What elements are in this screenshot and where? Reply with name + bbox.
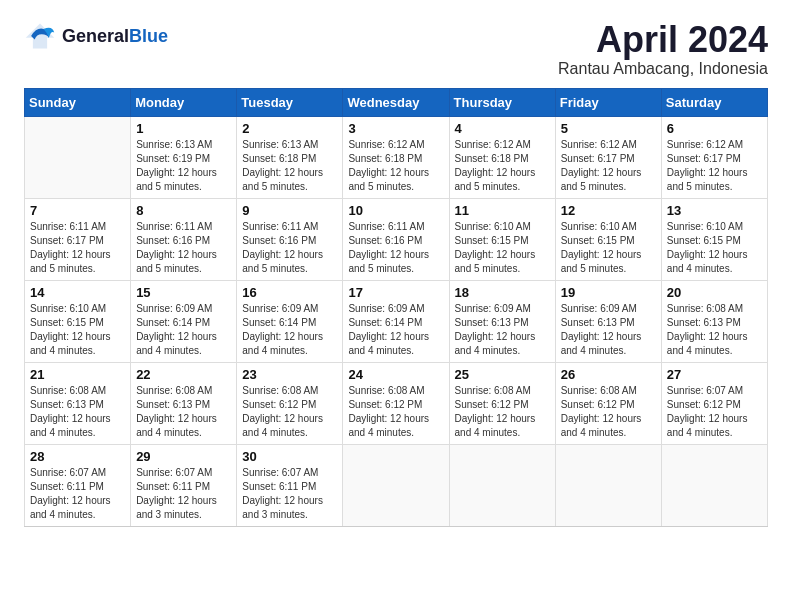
col-header-tuesday: Tuesday (237, 88, 343, 116)
calendar-cell: 30Sunrise: 6:07 AM Sunset: 6:11 PM Dayli… (237, 444, 343, 526)
header-row: SundayMondayTuesdayWednesdayThursdayFrid… (25, 88, 768, 116)
calendar-cell: 2Sunrise: 6:13 AM Sunset: 6:18 PM Daylig… (237, 116, 343, 198)
location-subtitle: Rantau Ambacang, Indonesia (558, 60, 768, 78)
day-number: 26 (561, 367, 656, 382)
day-number: 22 (136, 367, 231, 382)
day-number: 18 (455, 285, 550, 300)
calendar-cell (343, 444, 449, 526)
day-info: Sunrise: 6:08 AM Sunset: 6:13 PM Dayligh… (667, 302, 762, 358)
day-info: Sunrise: 6:07 AM Sunset: 6:12 PM Dayligh… (667, 384, 762, 440)
day-number: 16 (242, 285, 337, 300)
day-info: Sunrise: 6:12 AM Sunset: 6:17 PM Dayligh… (561, 138, 656, 194)
calendar-cell: 26Sunrise: 6:08 AM Sunset: 6:12 PM Dayli… (555, 362, 661, 444)
calendar-cell: 4Sunrise: 6:12 AM Sunset: 6:18 PM Daylig… (449, 116, 555, 198)
calendar-cell: 28Sunrise: 6:07 AM Sunset: 6:11 PM Dayli… (25, 444, 131, 526)
svg-marker-0 (26, 24, 54, 49)
calendar-cell: 3Sunrise: 6:12 AM Sunset: 6:18 PM Daylig… (343, 116, 449, 198)
logo-icon (24, 20, 56, 52)
col-header-friday: Friday (555, 88, 661, 116)
day-info: Sunrise: 6:08 AM Sunset: 6:12 PM Dayligh… (348, 384, 443, 440)
day-number: 19 (561, 285, 656, 300)
day-info: Sunrise: 6:08 AM Sunset: 6:13 PM Dayligh… (30, 384, 125, 440)
week-row-3: 14Sunrise: 6:10 AM Sunset: 6:15 PM Dayli… (25, 280, 768, 362)
day-info: Sunrise: 6:09 AM Sunset: 6:14 PM Dayligh… (136, 302, 231, 358)
header: GeneralBlue April 2024 Rantau Ambacang, … (24, 20, 768, 78)
day-number: 2 (242, 121, 337, 136)
calendar-cell: 21Sunrise: 6:08 AM Sunset: 6:13 PM Dayli… (25, 362, 131, 444)
col-header-monday: Monday (131, 88, 237, 116)
day-info: Sunrise: 6:12 AM Sunset: 6:18 PM Dayligh… (348, 138, 443, 194)
calendar-cell: 5Sunrise: 6:12 AM Sunset: 6:17 PM Daylig… (555, 116, 661, 198)
calendar-cell: 22Sunrise: 6:08 AM Sunset: 6:13 PM Dayli… (131, 362, 237, 444)
day-number: 4 (455, 121, 550, 136)
week-row-1: 1Sunrise: 6:13 AM Sunset: 6:19 PM Daylig… (25, 116, 768, 198)
day-number: 15 (136, 285, 231, 300)
day-info: Sunrise: 6:07 AM Sunset: 6:11 PM Dayligh… (30, 466, 125, 522)
day-info: Sunrise: 6:13 AM Sunset: 6:19 PM Dayligh… (136, 138, 231, 194)
day-number: 6 (667, 121, 762, 136)
calendar-cell: 14Sunrise: 6:10 AM Sunset: 6:15 PM Dayli… (25, 280, 131, 362)
col-header-thursday: Thursday (449, 88, 555, 116)
calendar-cell (555, 444, 661, 526)
calendar-cell (449, 444, 555, 526)
day-info: Sunrise: 6:09 AM Sunset: 6:14 PM Dayligh… (348, 302, 443, 358)
week-row-4: 21Sunrise: 6:08 AM Sunset: 6:13 PM Dayli… (25, 362, 768, 444)
col-header-wednesday: Wednesday (343, 88, 449, 116)
day-info: Sunrise: 6:10 AM Sunset: 6:15 PM Dayligh… (455, 220, 550, 276)
day-number: 8 (136, 203, 231, 218)
day-info: Sunrise: 6:08 AM Sunset: 6:12 PM Dayligh… (242, 384, 337, 440)
day-info: Sunrise: 6:10 AM Sunset: 6:15 PM Dayligh… (30, 302, 125, 358)
day-number: 23 (242, 367, 337, 382)
day-number: 28 (30, 449, 125, 464)
day-info: Sunrise: 6:12 AM Sunset: 6:17 PM Dayligh… (667, 138, 762, 194)
week-row-5: 28Sunrise: 6:07 AM Sunset: 6:11 PM Dayli… (25, 444, 768, 526)
calendar-cell: 7Sunrise: 6:11 AM Sunset: 6:17 PM Daylig… (25, 198, 131, 280)
calendar-cell: 20Sunrise: 6:08 AM Sunset: 6:13 PM Dayli… (661, 280, 767, 362)
day-info: Sunrise: 6:11 AM Sunset: 6:17 PM Dayligh… (30, 220, 125, 276)
calendar-cell (25, 116, 131, 198)
day-number: 24 (348, 367, 443, 382)
calendar-table: SundayMondayTuesdayWednesdayThursdayFrid… (24, 88, 768, 527)
day-info: Sunrise: 6:11 AM Sunset: 6:16 PM Dayligh… (348, 220, 443, 276)
col-header-saturday: Saturday (661, 88, 767, 116)
logo-text: GeneralBlue (62, 26, 168, 47)
calendar-cell (661, 444, 767, 526)
day-info: Sunrise: 6:11 AM Sunset: 6:16 PM Dayligh… (242, 220, 337, 276)
col-header-sunday: Sunday (25, 88, 131, 116)
day-info: Sunrise: 6:10 AM Sunset: 6:15 PM Dayligh… (561, 220, 656, 276)
calendar-cell: 10Sunrise: 6:11 AM Sunset: 6:16 PM Dayli… (343, 198, 449, 280)
calendar-cell: 19Sunrise: 6:09 AM Sunset: 6:13 PM Dayli… (555, 280, 661, 362)
week-row-2: 7Sunrise: 6:11 AM Sunset: 6:17 PM Daylig… (25, 198, 768, 280)
day-info: Sunrise: 6:07 AM Sunset: 6:11 PM Dayligh… (242, 466, 337, 522)
day-number: 5 (561, 121, 656, 136)
calendar-cell: 13Sunrise: 6:10 AM Sunset: 6:15 PM Dayli… (661, 198, 767, 280)
day-number: 7 (30, 203, 125, 218)
day-number: 11 (455, 203, 550, 218)
day-info: Sunrise: 6:08 AM Sunset: 6:13 PM Dayligh… (136, 384, 231, 440)
calendar-cell: 16Sunrise: 6:09 AM Sunset: 6:14 PM Dayli… (237, 280, 343, 362)
day-info: Sunrise: 6:10 AM Sunset: 6:15 PM Dayligh… (667, 220, 762, 276)
calendar-cell: 11Sunrise: 6:10 AM Sunset: 6:15 PM Dayli… (449, 198, 555, 280)
day-number: 3 (348, 121, 443, 136)
day-number: 9 (242, 203, 337, 218)
calendar-cell: 29Sunrise: 6:07 AM Sunset: 6:11 PM Dayli… (131, 444, 237, 526)
day-info: Sunrise: 6:11 AM Sunset: 6:16 PM Dayligh… (136, 220, 231, 276)
calendar-cell: 25Sunrise: 6:08 AM Sunset: 6:12 PM Dayli… (449, 362, 555, 444)
day-info: Sunrise: 6:09 AM Sunset: 6:13 PM Dayligh… (561, 302, 656, 358)
day-number: 1 (136, 121, 231, 136)
day-number: 17 (348, 285, 443, 300)
day-info: Sunrise: 6:12 AM Sunset: 6:18 PM Dayligh… (455, 138, 550, 194)
calendar-cell: 24Sunrise: 6:08 AM Sunset: 6:12 PM Dayli… (343, 362, 449, 444)
day-info: Sunrise: 6:08 AM Sunset: 6:12 PM Dayligh… (561, 384, 656, 440)
day-info: Sunrise: 6:13 AM Sunset: 6:18 PM Dayligh… (242, 138, 337, 194)
day-number: 12 (561, 203, 656, 218)
month-title: April 2024 (558, 20, 768, 60)
day-info: Sunrise: 6:09 AM Sunset: 6:14 PM Dayligh… (242, 302, 337, 358)
day-number: 13 (667, 203, 762, 218)
day-number: 30 (242, 449, 337, 464)
day-number: 27 (667, 367, 762, 382)
calendar-cell: 8Sunrise: 6:11 AM Sunset: 6:16 PM Daylig… (131, 198, 237, 280)
calendar-cell: 12Sunrise: 6:10 AM Sunset: 6:15 PM Dayli… (555, 198, 661, 280)
calendar-cell: 15Sunrise: 6:09 AM Sunset: 6:14 PM Dayli… (131, 280, 237, 362)
calendar-cell: 17Sunrise: 6:09 AM Sunset: 6:14 PM Dayli… (343, 280, 449, 362)
